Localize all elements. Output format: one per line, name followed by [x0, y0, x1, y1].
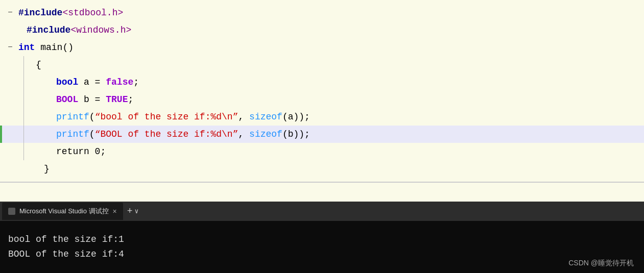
spacer-6: −: [0, 91, 16, 108]
spacer-9: −: [0, 143, 16, 160]
code-line-4: − {: [0, 56, 644, 73]
spacer-4: −: [0, 56, 16, 73]
line-content-1: #include<stdbool.h>: [16, 4, 123, 21]
terminal-tab[interactable]: Microsoft Visual Studio 调试控 ×: [2, 203, 123, 220]
code-line-6: − BOOL b = TRUE;: [0, 91, 644, 108]
line-content-4: {: [34, 56, 41, 73]
code-container: − #include<stdbool.h> − #include<windows…: [0, 0, 644, 182]
collapse-icon-3[interactable]: −: [0, 39, 16, 56]
code-line-7: − printf(“bool of the size if:%d\n”, siz…: [0, 108, 644, 126]
terminal-output: bool of the size if:1 BOOL of the size i…: [8, 233, 124, 261]
spacer-7: −: [0, 108, 16, 126]
code-line: − #include<stdbool.h>: [0, 4, 644, 21]
code-line-10: − }: [0, 160, 644, 178]
terminal-line-1: bool of the size if:1: [8, 233, 124, 246]
line-content-2: #include<windows.h>: [25, 21, 131, 39]
code-line-5: − bool a = false;: [0, 73, 644, 91]
spacer-5: −: [0, 73, 16, 91]
terminal-content: bool of the size if:1 BOOL of the size i…: [0, 221, 644, 273]
terminal-tab-label: Microsoft Visual Studio 调试控: [19, 207, 109, 216]
terminal-tabs: Microsoft Visual Studio 调试控 × + ∨: [0, 202, 644, 221]
line-content-5: bool a = false;: [54, 73, 139, 91]
spacer-8: −: [0, 126, 16, 143]
line-content-3: int main(): [16, 39, 74, 56]
tab-dropdown-button[interactable]: ∨: [135, 207, 139, 215]
line-content-9: return 0;: [54, 143, 106, 160]
terminal-area: Microsoft Visual Studio 调试控 × + ∨ bool o…: [0, 202, 644, 273]
tab-add-button[interactable]: +: [127, 206, 133, 216]
line-content-10: }: [42, 160, 50, 178]
tab-close-icon[interactable]: ×: [113, 207, 117, 215]
code-line-2: − #include<windows.h>: [0, 21, 644, 39]
line-content-6: BOOL b = TRUE;: [54, 91, 133, 108]
terminal-line-2: BOOL of the size if:4: [8, 247, 124, 261]
editor-area: − #include<stdbool.h> − #include<windows…: [0, 0, 644, 202]
tab-icon: [8, 208, 15, 215]
watermark: CSDN @睡觉待开机: [568, 259, 634, 268]
code-line-3: − int main(): [0, 39, 644, 56]
line-content-7: printf(“bool of the size if:%d\n”, sizeo…: [54, 108, 310, 126]
editor-bottom-border: [0, 182, 644, 183]
code-line-9: − return 0;: [0, 143, 644, 160]
spacer-10: −: [0, 160, 16, 178]
code-line-8: − printf(“BOOL of the size if:%d\n”, siz…: [0, 126, 644, 143]
line-content-8: printf(“BOOL of the size if:%d\n”, sizeo…: [54, 126, 310, 143]
collapse-icon-2: −: [0, 21, 16, 39]
collapse-icon-1[interactable]: −: [0, 4, 16, 21]
